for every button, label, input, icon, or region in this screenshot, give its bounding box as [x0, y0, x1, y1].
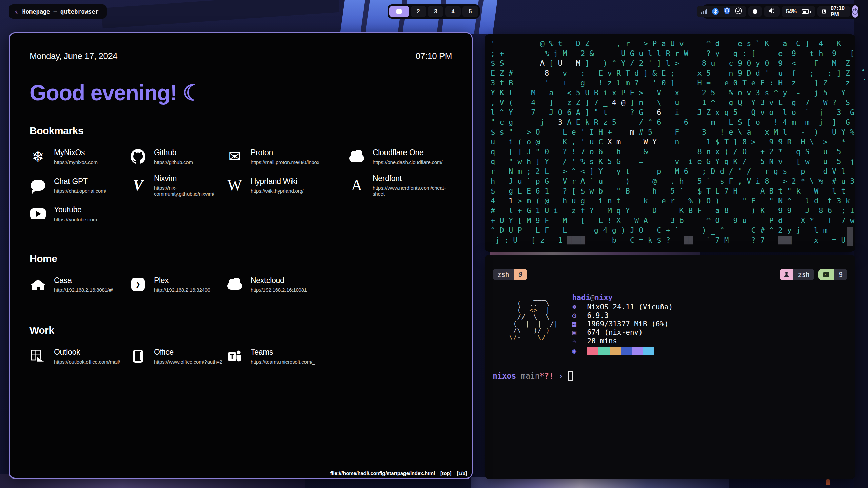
bookmark-nixvim[interactable]: VNixvimhttps://nix-community.github.io/n…: [130, 174, 226, 197]
tray-battery[interactable]: 54%: [782, 6, 815, 17]
terminal-icon: ›_: [823, 272, 829, 277]
matrix-line: q [ ] J " 0 ? ! 7 o 6 h & - 8 n x ( / O …: [491, 147, 849, 157]
matrix-line: Y K l M a < 5 U B i x P E > V x 2 5 % o …: [491, 88, 849, 98]
bookmark-teams[interactable]: Teamshttps://teams.microsoft.com/_: [226, 348, 348, 365]
wallpaper-light-dot: [862, 69, 864, 71]
tray-status-icons[interactable]: [697, 6, 746, 17]
matrix-terminal-window[interactable]: ' - @ % t D Z , r > P a U v ^ d e s ` K …: [485, 34, 855, 252]
bookmark-texts: MyNixOshttps://mynixos.com: [54, 148, 98, 165]
qutebrowser-window[interactable]: Monday, June 17, 2024 07:10 PM Good even…: [9, 32, 473, 479]
bookmark-texts: Hyprland Wikihttps://wiki.hyprland.org/: [251, 177, 304, 194]
startpage: Monday, June 17, 2024 07:10 PM Good even…: [10, 33, 472, 478]
zsh-terminal-window[interactable]: zsh 0 zsh ›_ 9 ___ ( .. \ ( <> | // \ \ …: [485, 255, 855, 479]
tray-volume[interactable]: [764, 6, 780, 17]
section-bookmarks: Bookmarks❄MyNixOshttps://mynixos.comGith…: [29, 125, 452, 222]
bookmark-texts: Protonhttps://mail.proton.me/u/0/inbox: [251, 148, 319, 165]
bookmark-title: MyNixOs: [54, 148, 98, 157]
bookmark-github[interactable]: Githubhttps://github.com: [130, 148, 226, 165]
palette-icon: ◉: [572, 347, 587, 355]
bookmark-chat-gpt[interactable]: Chat GPThttps://chat.openai.com/: [29, 174, 130, 197]
fetch-row: ☕20 mins: [572, 337, 673, 345]
bookmark-url: https://outlook.office.com/mail/: [54, 359, 120, 365]
matrix-line: r N m ; 2 L > ^ < ] Y y t p M 6 ; D d / …: [491, 167, 849, 177]
memory-icon: ▦: [572, 320, 587, 328]
bookmark-casa[interactable]: Casahttp://192.168.2.16:8081/#/: [29, 276, 130, 293]
bookmark-proton[interactable]: ✉Protonhttps://mail.proton.me/u/0/inbox: [226, 148, 348, 165]
matrix-scrollbar[interactable]: [847, 227, 853, 246]
section-title: Home: [29, 253, 452, 264]
bookmark-url: https://nix-community.github.io/nixvim/: [154, 185, 226, 197]
matrix-line: 4 1 > m ( @ h u g i n t k e r % ) O ) " …: [491, 197, 849, 206]
cursor: [568, 371, 573, 381]
bookmark-url: https://teams.microsoft.com/_: [251, 359, 315, 365]
bookmark-texts: Officehttps://www.office.com/?auth=2: [154, 348, 222, 365]
palette-swatch: [632, 347, 643, 355]
window-title-pill[interactable]: ✳ Homepage – qutebrowser: [9, 4, 107, 19]
volume-icon: [768, 8, 775, 15]
section-work: WorkOutlookhttps://outlook.office.com/ma…: [29, 325, 452, 365]
power-button[interactable]: [852, 5, 858, 18]
bookmark-nerdfont[interactable]: ANerdfonthttps://www.nerdfonts.com/cheat…: [348, 174, 452, 197]
session-user-badge[interactable]: zsh: [780, 269, 814, 280]
matrix-line: $ S A [ U M ] ) ^ Y / 2 ' ] l > 8 u c 9 …: [491, 59, 849, 69]
shell-prompt[interactable]: nixos main*?! ›: [493, 371, 847, 381]
bookmark-texts: Outlookhttps://outlook.office.com/mail/: [54, 348, 120, 365]
bookmark-title: Youtube: [54, 205, 97, 215]
bookmark-plex[interactable]: ❯Plexhttp://192.168.2.16:32400: [130, 276, 226, 293]
fetch-row: ▦1969/31377 MiB (6%): [572, 320, 673, 328]
bookmark-title: Chat GPT: [54, 177, 106, 186]
bookmark-url: https://chat.openai.com/: [54, 188, 106, 194]
wallpaper-building: [854, 0, 868, 488]
fastfetch-output: ___ ( .. \ ( <> | // \ \ ( | | /| _/\ __…: [493, 293, 847, 355]
workspace-5[interactable]: 5: [462, 6, 478, 17]
plex-icon: ❯: [130, 276, 146, 293]
bookmark-youtube[interactable]: Youtubehttps://youtube.com: [29, 205, 130, 222]
system-tray[interactable]: 54% 07:10 PM: [703, 4, 860, 19]
bookmark-hyprland-wiki[interactable]: WHyprland Wikihttps://wiki.hyprland.org/: [226, 174, 348, 197]
bookmark-office[interactable]: Officehttps://www.office.com/?auth=2: [130, 348, 226, 365]
wallpaper-light-dot: [826, 479, 830, 485]
bookmark-nextcloud[interactable]: Nextcloudhttp://192.168.2.16:10081: [226, 276, 348, 293]
fetch-value: 674 (nix-env): [587, 328, 643, 337]
prompt-branch: main: [516, 371, 539, 380]
clock-icon: [822, 9, 826, 14]
tab-zsh[interactable]: zsh 0: [493, 269, 527, 280]
person-icon: [784, 272, 788, 277]
workspace-4[interactable]: 4: [445, 6, 461, 17]
startpage-time: 07:10 PM: [416, 51, 452, 61]
bookmark-title: Plex: [154, 276, 210, 285]
session-count-badge[interactable]: ›_ 9: [818, 269, 847, 280]
fetch-value: 1969/31377 MiB (6%): [587, 320, 669, 328]
tray-recorder[interactable]: [748, 6, 762, 17]
house-icon: [29, 276, 46, 293]
workspace-2[interactable]: 2: [411, 6, 426, 17]
bookmark-title: Proton: [251, 148, 319, 157]
bookmark-texts: Nextcloudhttp://192.168.2.16:10081: [251, 276, 307, 293]
wallpaper-roof: [101, 0, 339, 28]
section-home: HomeCasahttp://192.168.2.16:8081/#/❯Plex…: [29, 253, 452, 293]
bookmark-texts: Plexhttp://192.168.2.16:32400: [154, 276, 210, 293]
palette-swatch: [587, 347, 598, 355]
prompt-dir: nixos: [493, 371, 516, 380]
workspace-1[interactable]: [389, 6, 409, 17]
vim-icon: V: [130, 177, 146, 194]
bookmark-mynixos[interactable]: ❄MyNixOshttps://mynixos.com: [29, 148, 130, 165]
bookmark-cloudflare-one[interactable]: Cloudflare Onehttps://one.dash.cloudflar…: [348, 148, 452, 165]
bookmark-texts: Cloudflare Onehttps://one.dash.cloudflar…: [373, 148, 442, 165]
bookmark-texts: Casahttp://192.168.2.16:8081/#/: [54, 276, 113, 293]
bookmark-outlook[interactable]: Outlookhttps://outlook.office.com/mail/: [29, 348, 130, 365]
check-circle-icon: [735, 7, 742, 16]
workspace-switcher[interactable]: 2345: [388, 4, 480, 19]
matrix-line: $ s " > O L e ' I H + m # 5 F 3 ! e \ a …: [491, 128, 849, 138]
session-shell: zsh: [793, 269, 814, 280]
teams-icon: [226, 348, 243, 365]
matrix-line: # - l + G 1 U i z f ? M q Y D K B F a 8 …: [491, 206, 849, 216]
tray-clock[interactable]: 07:10 PM: [817, 6, 850, 17]
bookmark-url: https://github.com: [154, 159, 193, 165]
bookmark-texts: Nerdfonthttps://www.nerdfonts.com/cheat-…: [373, 174, 452, 197]
user-badge-icon-pill: [780, 269, 793, 280]
workspace-3[interactable]: 3: [428, 6, 443, 17]
bookmark-url: https://mail.proton.me/u/0/inbox: [251, 159, 319, 165]
fetch-row: ⚙6.9.3: [572, 311, 673, 320]
section-grid: ❄MyNixOshttps://mynixos.comGithubhttps:/…: [29, 148, 452, 222]
